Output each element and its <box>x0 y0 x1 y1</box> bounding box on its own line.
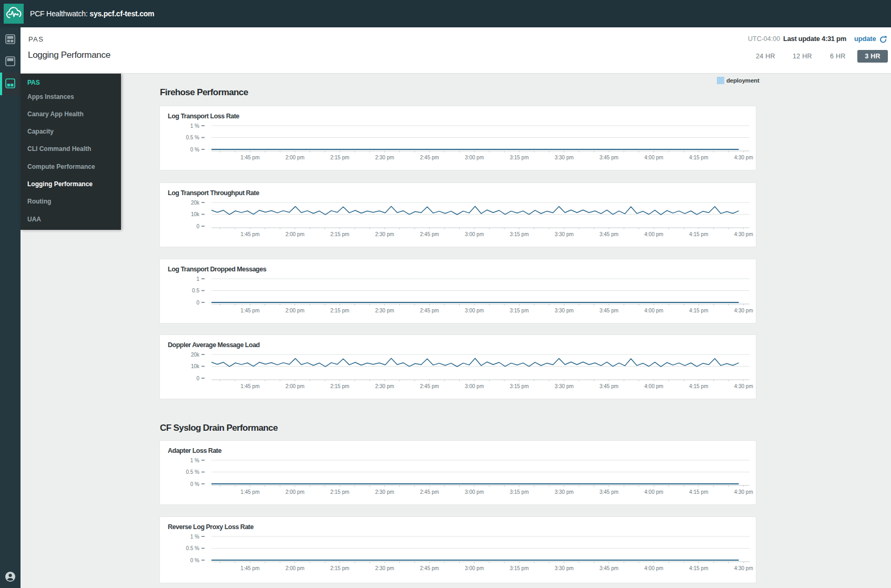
svg-text:Log Transport Loss Rate: Log Transport Loss Rate <box>168 113 239 120</box>
svg-text:1:45 pm: 1:45 pm <box>240 155 259 160</box>
svg-text:4:00 pm: 4:00 pm <box>644 489 663 495</box>
svg-text:2:15 pm: 2:15 pm <box>330 489 349 495</box>
svg-text:1:45 pm: 1:45 pm <box>240 565 259 571</box>
svg-text:0: 0 <box>196 376 199 381</box>
svg-text:4:00 pm: 4:00 pm <box>644 565 663 571</box>
svg-text:0: 0 <box>196 224 199 229</box>
svg-text:3:45 pm: 3:45 pm <box>600 231 619 237</box>
svg-text:3:15 pm: 3:15 pm <box>510 308 529 313</box>
svg-text:Reverse Log Proxy Loss Rate: Reverse Log Proxy Loss Rate <box>168 523 254 531</box>
svg-text:2:00 pm: 2:00 pm <box>286 308 305 313</box>
svg-text:4:15 pm: 4:15 pm <box>689 565 708 571</box>
svg-text:20k: 20k <box>191 200 200 206</box>
svg-text:2:30 pm: 2:30 pm <box>375 489 394 495</box>
svg-text:2:30 pm: 2:30 pm <box>375 155 394 160</box>
svg-text:Doppler Average Message Load: Doppler Average Message Load <box>168 341 260 349</box>
svg-text:3:00 pm: 3:00 pm <box>465 308 484 313</box>
svg-text:3:45 pm: 3:45 pm <box>600 155 619 160</box>
svg-text:0.5: 0.5 <box>192 288 199 293</box>
svg-text:2:45 pm: 2:45 pm <box>420 231 439 237</box>
svg-text:4:15 pm: 4:15 pm <box>689 489 708 495</box>
svg-text:3:00 pm: 3:00 pm <box>465 489 484 495</box>
svg-text:3:00 pm: 3:00 pm <box>465 565 484 571</box>
svg-text:4:00 pm: 4:00 pm <box>644 308 663 313</box>
svg-text:2:00 pm: 2:00 pm <box>286 231 305 237</box>
svg-text:4:30 pm: 4:30 pm <box>734 308 753 313</box>
svg-text:0.5 %: 0.5 % <box>186 545 199 551</box>
svg-text:3:45 pm: 3:45 pm <box>600 383 619 389</box>
svg-text:4:00 pm: 4:00 pm <box>644 155 663 160</box>
svg-text:3:45 pm: 3:45 pm <box>600 489 619 495</box>
svg-text:4:30 pm: 4:30 pm <box>734 565 753 571</box>
svg-text:2:00 pm: 2:00 pm <box>286 383 305 389</box>
svg-text:4:30 pm: 4:30 pm <box>734 489 753 495</box>
svg-text:10k: 10k <box>191 363 200 369</box>
svg-text:0 %: 0 % <box>190 557 199 563</box>
svg-text:3:30 pm: 3:30 pm <box>554 489 573 495</box>
svg-text:2:00 pm: 2:00 pm <box>286 489 305 495</box>
svg-text:3:00 pm: 3:00 pm <box>465 231 484 237</box>
svg-text:2:15 pm: 2:15 pm <box>330 565 349 571</box>
svg-text:2:15 pm: 2:15 pm <box>330 383 349 389</box>
svg-text:4:15 pm: 4:15 pm <box>689 155 708 160</box>
svg-text:2:00 pm: 2:00 pm <box>286 155 305 160</box>
svg-text:0.5 %: 0.5 % <box>186 469 199 475</box>
svg-text:3:00 pm: 3:00 pm <box>465 383 484 389</box>
svg-text:10k: 10k <box>191 211 200 217</box>
svg-text:0: 0 <box>196 300 199 306</box>
svg-text:1:45 pm: 1:45 pm <box>240 308 259 313</box>
svg-text:Log Transport Dropped Messages: Log Transport Dropped Messages <box>168 266 267 273</box>
svg-text:1:45 pm: 1:45 pm <box>240 489 259 495</box>
svg-text:4:15 pm: 4:15 pm <box>689 383 708 389</box>
svg-text:0 %: 0 % <box>190 481 199 487</box>
svg-text:3:15 pm: 3:15 pm <box>510 565 529 571</box>
svg-text:1 %: 1 % <box>190 458 199 463</box>
svg-text:4:30 pm: 4:30 pm <box>734 231 753 237</box>
svg-text:1 %: 1 % <box>190 123 199 129</box>
svg-text:3:30 pm: 3:30 pm <box>554 565 573 571</box>
svg-text:3:30 pm: 3:30 pm <box>554 231 573 237</box>
svg-text:2:30 pm: 2:30 pm <box>375 565 394 571</box>
svg-text:1: 1 <box>196 276 199 282</box>
svg-text:4:15 pm: 4:15 pm <box>689 231 708 237</box>
svg-text:1 %: 1 % <box>190 534 199 540</box>
svg-text:2:15 pm: 2:15 pm <box>330 155 349 160</box>
svg-text:2:45 pm: 2:45 pm <box>420 155 439 160</box>
svg-text:2:30 pm: 2:30 pm <box>375 308 394 313</box>
svg-text:0.5 %: 0.5 % <box>186 135 199 140</box>
svg-text:4:30 pm: 4:30 pm <box>734 155 753 160</box>
svg-text:Adapter Loss Rate: Adapter Loss Rate <box>168 447 221 454</box>
svg-text:3:30 pm: 3:30 pm <box>554 155 573 160</box>
svg-text:3:15 pm: 3:15 pm <box>510 489 529 495</box>
svg-text:Log Transport Throughput Rate: Log Transport Throughput Rate <box>168 189 259 197</box>
svg-text:20k: 20k <box>191 352 200 358</box>
svg-text:4:00 pm: 4:00 pm <box>644 231 663 237</box>
svg-text:3:45 pm: 3:45 pm <box>600 308 619 313</box>
svg-text:1:45 pm: 1:45 pm <box>240 231 259 237</box>
svg-text:2:15 pm: 2:15 pm <box>330 231 349 237</box>
svg-text:3:30 pm: 3:30 pm <box>554 308 573 313</box>
svg-text:2:45 pm: 2:45 pm <box>420 489 439 495</box>
svg-text:4:30 pm: 4:30 pm <box>734 383 753 389</box>
svg-text:0 %: 0 % <box>190 147 199 153</box>
svg-text:2:30 pm: 2:30 pm <box>375 383 394 389</box>
svg-text:1:45 pm: 1:45 pm <box>240 383 259 389</box>
svg-text:3:30 pm: 3:30 pm <box>554 383 573 389</box>
svg-text:4:00 pm: 4:00 pm <box>644 383 663 389</box>
svg-text:3:15 pm: 3:15 pm <box>510 231 529 237</box>
svg-text:2:45 pm: 2:45 pm <box>420 565 439 571</box>
svg-text:3:15 pm: 3:15 pm <box>510 383 529 389</box>
svg-text:2:15 pm: 2:15 pm <box>330 308 349 313</box>
svg-text:2:45 pm: 2:45 pm <box>420 383 439 389</box>
svg-text:3:15 pm: 3:15 pm <box>510 155 529 160</box>
svg-text:3:00 pm: 3:00 pm <box>465 155 484 160</box>
svg-text:4:15 pm: 4:15 pm <box>689 308 708 313</box>
svg-text:2:30 pm: 2:30 pm <box>375 231 394 237</box>
svg-text:2:00 pm: 2:00 pm <box>286 565 305 571</box>
svg-text:3:45 pm: 3:45 pm <box>600 565 619 571</box>
svg-text:2:45 pm: 2:45 pm <box>420 308 439 313</box>
